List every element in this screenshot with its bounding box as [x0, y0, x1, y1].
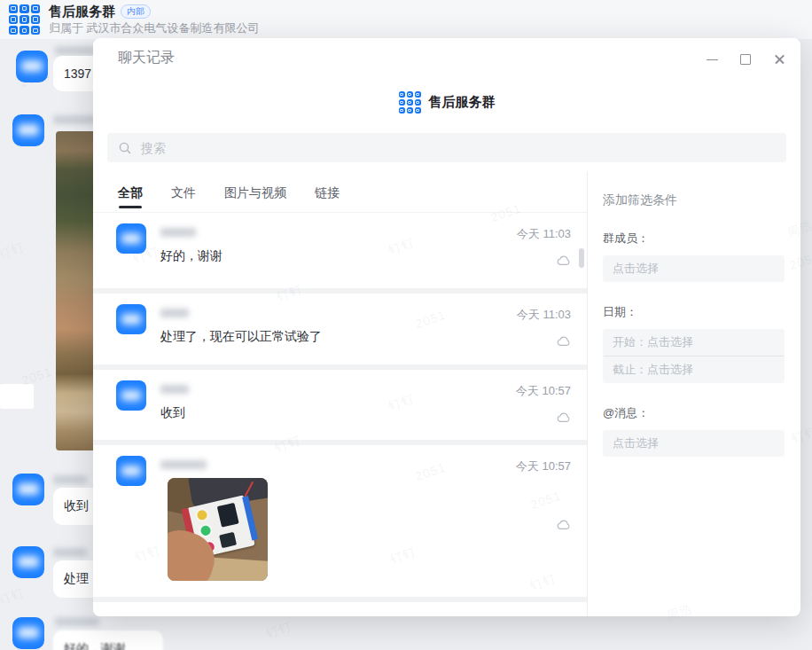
scrollbar-thumb[interactable] — [579, 248, 584, 268]
message-text: 处理了，现在可以正常试验了 — [160, 329, 486, 359]
search-input[interactable] — [139, 140, 776, 156]
filter-sidebar: 添加筛选条件 群成员： 点击选择 日期： 开始：点击选择 截止：点击选择 @消息… — [587, 171, 800, 616]
sender-name-blurred — [160, 460, 207, 469]
dialog-title: 聊天记录 — [118, 49, 175, 67]
minimize-button[interactable] — [705, 52, 719, 67]
maximize-icon — [740, 54, 751, 65]
image-attachment[interactable] — [168, 478, 268, 581]
at-message-filter-select[interactable]: 点击选择 — [603, 430, 785, 457]
avatar[interactable] — [16, 51, 48, 82]
white-panel-fragment — [0, 384, 34, 409]
close-button[interactable] — [772, 52, 786, 67]
member-filter-label: 群成员： — [603, 231, 785, 247]
group-avatar-grid-icon — [9, 4, 40, 35]
date-end-select[interactable]: 截止：点击选择 — [603, 356, 785, 383]
tab-all[interactable]: 全部 — [118, 175, 143, 212]
cloud-icon[interactable] — [557, 254, 571, 270]
message-bubble[interactable]: 好的，谢谢 — [53, 630, 163, 650]
avatar[interactable] — [116, 223, 146, 254]
message-list: 好的，谢谢 今天 11:03 处理了，现在可以正常试验了 今天 11:03 — [93, 213, 587, 616]
date-filter-label: 日期： — [603, 304, 785, 320]
avatar[interactable] — [12, 474, 44, 505]
message-text: 好的，谢谢 — [160, 248, 486, 278]
maximize-button[interactable] — [738, 52, 753, 67]
group-name: 售后服务群 — [429, 94, 496, 111]
message-row[interactable]: 收到 今天 10:57 — [93, 370, 587, 440]
group-owner-subtitle: 归属于 武汉市合众电气设备制造有限公司 — [49, 21, 260, 35]
avatar[interactable] — [12, 546, 44, 578]
message-time: 今天 10:57 — [516, 383, 571, 399]
cloud-icon[interactable] — [557, 334, 571, 350]
message-row[interactable]: 好的，谢谢 今天 11:03 — [93, 213, 587, 288]
app-header: 售后服务群 内部 归属于 武汉市合众电气设备制造有限公司 — [0, 0, 812, 39]
internal-badge: 内部 — [121, 4, 151, 19]
sender-name-blurred — [53, 475, 87, 484]
sender-name-blurred — [55, 617, 99, 626]
tab-media[interactable]: 图片与视频 — [224, 175, 286, 212]
sender-name-blurred — [53, 115, 98, 124]
cloud-icon[interactable] — [557, 411, 571, 427]
avatar[interactable] — [12, 617, 44, 649]
group-title: 售后服务群 — [49, 4, 115, 20]
at-message-filter-label: @消息： — [603, 405, 785, 421]
search-icon — [118, 141, 132, 155]
avatar[interactable] — [116, 304, 146, 334]
cloud-icon[interactable] — [557, 518, 571, 534]
tab-links[interactable]: 链接 — [315, 175, 340, 212]
message-time: 今天 11:03 — [517, 307, 571, 323]
date-start-select[interactable]: 开始：点击选择 — [603, 329, 785, 356]
avatar[interactable] — [12, 114, 44, 146]
message-row[interactable]: 处理了，现在可以正常试验了 今天 11:03 — [93, 294, 587, 364]
chat-history-dialog: 聊天记录 售后服务群 全部 文件 图片与视频 链接 好的，谢谢 — [93, 38, 800, 616]
sender-name-blurred — [53, 548, 87, 557]
avatar[interactable] — [116, 380, 146, 411]
close-icon — [774, 54, 785, 66]
date-filter-box: 开始：点击选择 截止：点击选择 — [603, 329, 785, 383]
message-row-partial — [93, 602, 587, 616]
filter-tabs: 全部 文件 图片与视频 链接 — [93, 175, 587, 213]
minimize-icon — [707, 59, 718, 60]
sender-name-blurred — [160, 385, 189, 394]
group-avatar-grid-icon — [399, 91, 421, 114]
search-bar[interactable] — [107, 133, 786, 162]
message-time: 今天 10:57 — [516, 458, 571, 474]
message-text: 收到 — [160, 405, 486, 435]
member-filter-select[interactable]: 点击选择 — [603, 255, 785, 282]
filter-title: 添加筛选条件 — [603, 192, 785, 208]
tab-files[interactable]: 文件 — [171, 175, 196, 212]
message-time: 今天 11:03 — [517, 226, 571, 242]
sender-name-blurred — [160, 228, 196, 237]
avatar[interactable] — [116, 456, 146, 486]
sender-name-blurred — [160, 309, 189, 317]
message-row-image[interactable]: 今天 10:57 — [93, 445, 587, 597]
